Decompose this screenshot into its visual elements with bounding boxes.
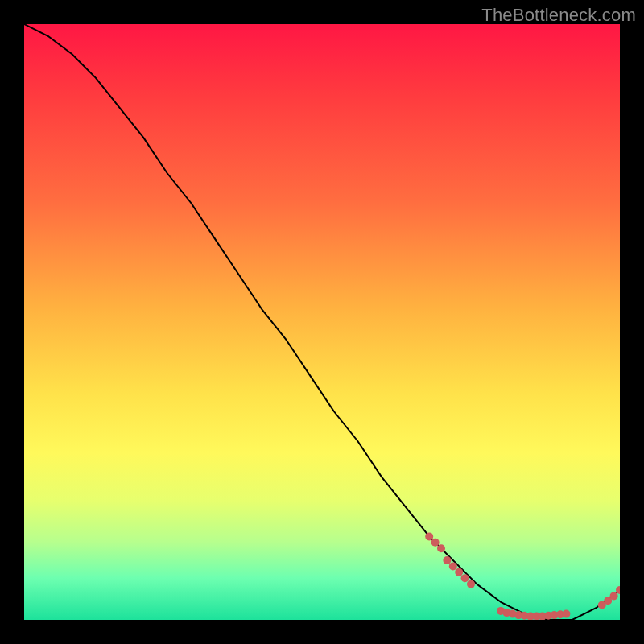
data-point [449, 562, 457, 570]
data-point [562, 610, 570, 618]
data-point [425, 532, 433, 540]
data-point [431, 539, 440, 547]
chart-stage: TheBottleneck.com [0, 0, 644, 644]
data-point [467, 580, 475, 588]
data-point [461, 574, 469, 582]
data-point [443, 556, 451, 564]
chart-svg [24, 24, 620, 620]
data-point [437, 544, 445, 552]
plot-area [24, 24, 620, 620]
data-point [610, 592, 618, 600]
curve-line [24, 24, 620, 620]
points-layer [425, 532, 620, 620]
data-point [455, 568, 463, 576]
watermark-label: TheBottleneck.com [481, 5, 636, 26]
